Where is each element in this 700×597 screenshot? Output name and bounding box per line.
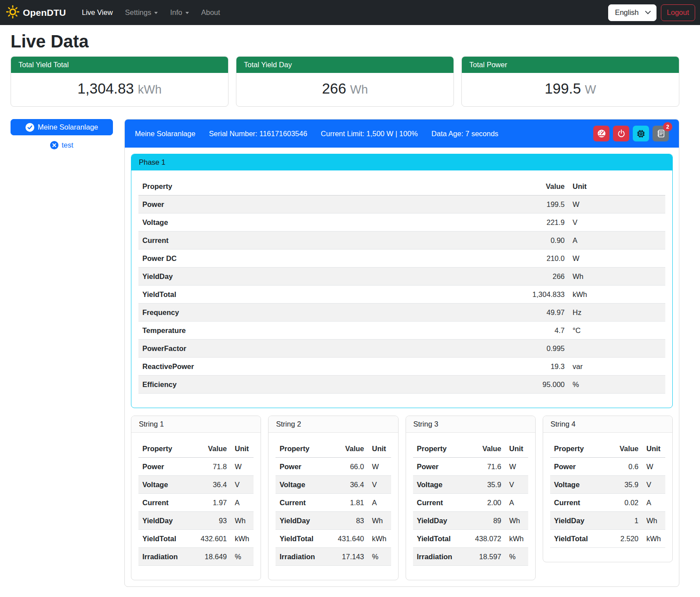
property-cell: Frequency [138,304,516,322]
summary-card-body: 199.5W [462,73,679,106]
table-row: YieldTotal438.072kWh [413,530,528,548]
nav-item-live-view[interactable]: Live View [76,5,119,20]
power-button[interactable] [613,126,629,141]
value-cell: 66.0 [326,458,368,476]
table-row: Voltage35.9V [413,476,528,494]
limit-gauge-button[interactable] [593,126,609,141]
journal-text-icon [656,129,665,138]
unit-cell: Wh [569,268,665,286]
restart-chip-button[interactable] [633,126,649,141]
x-circle-icon [50,141,58,149]
summary-card-title: Total Power [462,57,679,73]
string-card-title: String 3 [406,416,535,433]
nav-item-info[interactable]: Info [164,5,195,20]
unit-cell: V [231,476,254,494]
string-3-table: Property Value Unit Power71.6WVoltage35.… [413,440,528,566]
summary-card-title: Total Yield Total [11,57,228,73]
unit-cell: °C [569,322,665,340]
table-row: Current1.97A [138,494,254,512]
navbar: OpenDTU Live View Settings Info About En… [0,0,700,25]
unit-cell: kWh [569,286,665,304]
summary-value: 266 [322,80,346,97]
language-select-value: English [615,8,638,17]
column-header-property: Property [550,440,600,458]
table-row: YieldDay1Wh [550,512,665,530]
property-cell: YieldTotal [550,530,600,548]
value-cell: 1,304.833 [516,286,569,304]
unit-cell: W [569,250,665,268]
value-cell: 17.143 [326,548,368,566]
table-row: ReactivePower19.3var [138,358,665,376]
logout-button[interactable]: Logout [661,4,695,21]
value-cell: 71.8 [189,458,231,476]
summary-value: 199.5 [544,80,581,97]
nav-links: Live View Settings Info About [76,5,226,20]
property-cell: YieldDay [550,512,600,530]
table-row: Current1.81A [276,494,391,512]
string-2-table: Property Value Unit Power66.0WVoltage36.… [276,440,391,566]
unit-cell: kWh [368,530,391,548]
summary-cards-row: Total Yield Total 1,304.83kWh Total Yiel… [11,56,679,107]
property-cell: Current [276,494,326,512]
column-header-value: Value [516,177,569,195]
property-cell: YieldTotal [413,530,463,548]
unit-cell: Wh [505,512,528,530]
table-row: Voltage221.9V [138,213,665,232]
inverter-selected-button[interactable]: Meine Solaranlage [11,119,113,135]
nav-item-label: About [201,8,220,17]
table-row: YieldTotal1,304.833kWh [138,286,665,304]
value-cell: 221.9 [516,213,569,232]
brand[interactable]: OpenDTU [6,5,66,20]
summary-value: 1,304.83 [77,80,134,97]
table-header-row: Property Value Unit [276,440,391,458]
column-header-property: Property [276,440,326,458]
summary-unit: kWh [138,83,162,96]
table-row: Current2.00A [413,494,528,512]
property-cell: Power [550,458,600,476]
nav-item-settings[interactable]: Settings [119,5,164,20]
property-cell: YieldDay [413,512,463,530]
property-cell: Current [138,232,516,250]
property-cell: ReactivePower [138,358,516,376]
inverter-card-header: Meine Solaranlage Serial Number: 1161716… [125,119,679,148]
table-row: Voltage36.4V [276,476,391,494]
property-cell: Voltage [413,476,463,494]
table-row: PowerFactor0.995 [138,340,665,358]
table-row: Power66.0W [276,458,391,476]
property-cell: Power [138,458,189,476]
unit-cell: V [368,476,391,494]
property-cell: Irradiation [276,548,326,566]
inverter-item-test[interactable]: test [11,141,113,149]
phase-panel-title: Phase 1 [131,154,672,170]
column-header-property: Property [413,440,463,458]
unit-cell: A [642,494,665,512]
table-row: Efficiency95.000% [138,376,665,394]
property-cell: Power [413,458,463,476]
string-card-title: String 2 [268,416,398,433]
property-cell: YieldDay [138,512,189,530]
unit-cell: A [368,494,391,512]
column-header-value: Value [189,440,231,458]
table-row: YieldDay266Wh [138,268,665,286]
inverter-serial: Serial Number: 116171603546 [209,130,308,138]
value-cell: 49.97 [516,304,569,322]
table-row: Power71.8W [138,458,254,476]
nav-item-about[interactable]: About [195,5,226,20]
property-cell: Voltage [276,476,326,494]
table-row: Current0.90A [138,232,665,250]
column-header-unit: Unit [642,440,665,458]
language-select[interactable]: English [608,4,656,21]
unit-cell: kWh [231,530,254,548]
string-2-card: String 2 Property Value Unit [268,416,398,580]
value-cell: 4.7 [516,322,569,340]
value-cell: 438.072 [463,530,505,548]
phase-1-panel: Phase 1 Property Value Unit Power199.5WV… [131,154,673,408]
string-card-title: String 1 [131,416,261,433]
unit-cell [569,340,665,358]
phase-table: Property Value Unit Power199.5WVoltage22… [138,177,665,394]
chevron-down-icon [154,12,158,14]
unit-cell: A [505,494,528,512]
value-cell: 35.9 [600,476,642,494]
unit-cell: Hz [569,304,665,322]
event-log-button[interactable]: 2 [653,126,669,141]
